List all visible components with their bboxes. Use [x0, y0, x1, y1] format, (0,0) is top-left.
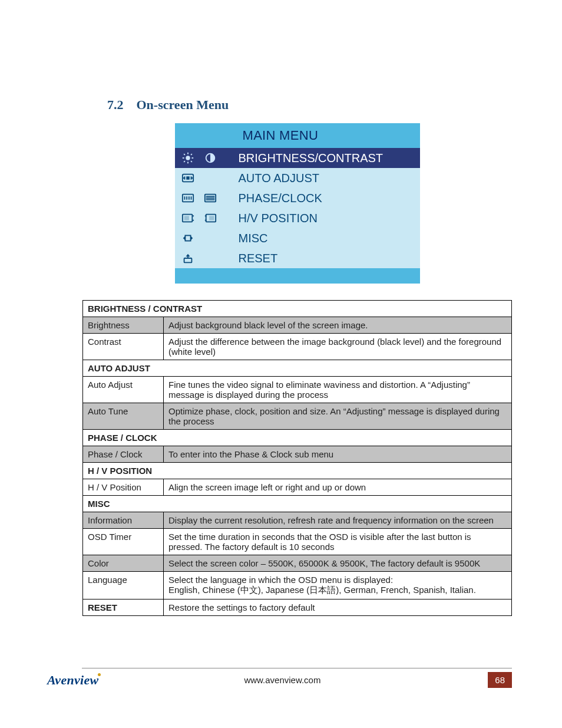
section-header-cell: AUTO ADJUST [83, 360, 512, 377]
section-heading: 7.2On-screen Menu [107, 97, 512, 113]
osd-item-icons [180, 151, 239, 164]
section-header-cell: MISC [83, 496, 512, 512]
setting-name: Brightness [83, 317, 164, 334]
setting-name: H / V Position [83, 479, 164, 496]
osd-item-label: AUTO ADJUST [239, 172, 319, 185]
table-row: ColorSelect the screen color – 5500K, 65… [83, 555, 512, 572]
table-section-header: H / V POSITION [83, 463, 512, 479]
phase-icon [180, 192, 196, 205]
setting-name: Auto Tune [83, 403, 164, 430]
setting-desc: Restore the settings to factory default [164, 599, 512, 616]
table-row: Auto TuneOptimize phase, clock, position… [83, 403, 512, 430]
document-page: 7.2On-screen Menu MAIN MENU BRIGHTNESS/C… [0, 0, 562, 728]
setting-desc: Fine tunes the video signal to eliminate… [164, 377, 512, 403]
reset-icon [180, 252, 196, 265]
section-header-cell: PHASE / CLOCK [83, 430, 512, 446]
osd-menu: MAIN MENU BRIGHTNESS/CONTRASTAUTO ADJUST… [175, 123, 420, 284]
misc-icon [180, 232, 196, 245]
setting-name: Contrast [83, 334, 164, 360]
settings-table: BRIGHTNESS / CONTRASTBrightnessAdjust ba… [82, 300, 512, 616]
vpos-icon [202, 212, 219, 225]
setting-name: Language [83, 572, 164, 599]
table-row: InformationDisplay the current resolutio… [83, 512, 512, 529]
clock-icon [202, 192, 219, 205]
osd-item[interactable]: MISC [175, 228, 420, 248]
contrast-icon [202, 151, 219, 164]
table-row: Phase / ClockTo enter into the Phase & C… [83, 446, 512, 463]
page-number: 68 [488, 672, 512, 688]
table-section-header: AUTO ADJUST [83, 360, 512, 377]
setting-desc: To enter into the Phase & Clock sub menu [164, 446, 512, 463]
section-header-cell: BRIGHTNESS / CONTRAST [83, 301, 512, 317]
osd-item-label: PHASE/CLOCK [239, 192, 322, 205]
table-row: LanguageSelect the language in which the… [83, 572, 512, 599]
osd-item-icons [180, 212, 239, 225]
osd-item-icons [180, 192, 239, 205]
setting-desc: Select the screen color – 5500K, 65000K … [164, 555, 512, 572]
osd-item[interactable]: RESET [175, 248, 420, 268]
osd-item[interactable]: H/V POSITION [175, 208, 420, 228]
setting-desc: Optimize phase, clock, position and size… [164, 403, 512, 430]
osd-item-icons [180, 172, 239, 185]
table-row: BrightnessAdjust background black level … [83, 317, 512, 334]
table-row: Auto AdjustFine tunes the video signal t… [83, 377, 512, 403]
table-section-header: RESETRestore the settings to factory def… [83, 599, 512, 616]
osd-item-icons [180, 252, 239, 265]
osd-item-label: BRIGHTNESS/CONTRAST [239, 151, 384, 165]
auto-adjust-icon [180, 172, 196, 185]
section-header-cell: H / V POSITION [83, 463, 512, 479]
section-number: 7.2 [107, 97, 124, 112]
setting-name: Information [83, 512, 164, 529]
setting-name: Auto Adjust [83, 377, 164, 403]
osd-item-label: MISC [239, 232, 268, 245]
osd-item[interactable]: PHASE/CLOCK [175, 188, 420, 208]
setting-desc: Set the time duration in seconds that th… [164, 529, 512, 555]
setting-desc: Select the language in which the OSD men… [164, 572, 512, 599]
setting-name: OSD Timer [83, 529, 164, 555]
hpos-icon [180, 212, 196, 225]
osd-item[interactable]: BRIGHTNESS/CONTRAST [175, 148, 420, 168]
osd-footer-bar [175, 268, 420, 284]
osd-item-label: H/V POSITION [239, 212, 318, 225]
table-row: OSD TimerSet the time duration in second… [83, 529, 512, 555]
osd-item-icons [180, 232, 239, 245]
table-section-header: PHASE / CLOCK [83, 430, 512, 446]
page-footer: Avenview www.avenview.com 68 [50, 668, 512, 688]
osd-item[interactable]: AUTO ADJUST [175, 168, 420, 188]
brightness-icon [180, 151, 196, 164]
setting-name: Phase / Clock [83, 446, 164, 463]
table-row: H / V PositionAlign the screen image lef… [83, 479, 512, 496]
setting-desc: Adjust background black level of the scr… [164, 317, 512, 334]
footer-rule [82, 668, 512, 668]
table-section-header: BRIGHTNESS / CONTRAST [83, 301, 512, 317]
setting-desc: Display the current resolution, refresh … [164, 512, 512, 529]
section-title: On-screen Menu [137, 97, 229, 112]
footer-url: www.avenview.com [77, 675, 488, 685]
setting-desc: Align the screen image left or right and… [164, 479, 512, 496]
table-section-header: MISC [83, 496, 512, 512]
table-row: ContrastAdjust the difference between th… [83, 334, 512, 360]
setting-name: RESET [83, 599, 164, 616]
osd-header: MAIN MENU [175, 123, 420, 148]
setting-name: Color [83, 555, 164, 572]
setting-desc: Adjust the difference between the image … [164, 334, 512, 360]
osd-item-label: RESET [239, 252, 278, 265]
